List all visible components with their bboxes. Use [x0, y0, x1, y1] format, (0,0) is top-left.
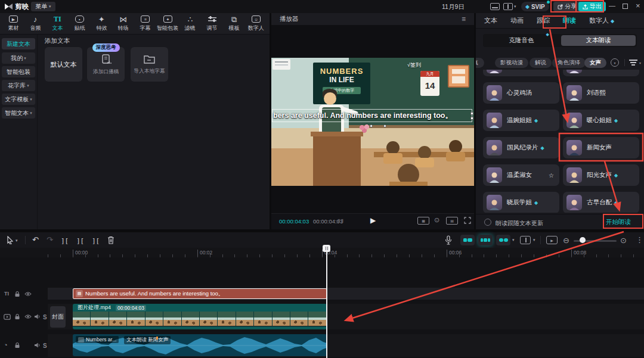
- window-minimize-button[interactable]: —: [609, 2, 615, 9]
- select-tool-icon[interactable]: [6, 236, 14, 244]
- voice-card[interactable]: 国风纪录片◆: [483, 137, 559, 158]
- chevron-down-icon[interactable]: ▾: [514, 4, 516, 9]
- chevron-down-icon[interactable]: ▾: [533, 238, 535, 242]
- preview-quality-button[interactable]: ▦: [417, 217, 429, 225]
- auto-snap-toggle[interactable]: [478, 235, 493, 245]
- voice-card[interactable]: 古早台配◆: [563, 192, 639, 213]
- solo-icon[interactable]: S: [43, 315, 47, 320]
- export-button[interactable]: 导出: [578, 2, 606, 11]
- record-voiceover-icon[interactable]: [445, 235, 452, 245]
- slider-knob[interactable]: [580, 237, 586, 243]
- chip-role-play[interactable]: 角色演绎: [552, 58, 586, 68]
- voice-card[interactable]: 温婉姐姐◆: [483, 110, 559, 131]
- toolbar-item-transition[interactable]: ⋈转场: [113, 15, 135, 32]
- toolbar-item-audio[interactable]: ♪音频: [24, 15, 47, 32]
- fullscreen-icon[interactable]: [464, 217, 471, 224]
- resize-handle[interactable]: [470, 112, 473, 115]
- voice-card[interactable]: 晓辰学姐◆: [483, 192, 559, 213]
- playhead-line[interactable]: [326, 245, 327, 358]
- eye-icon[interactable]: [24, 314, 32, 319]
- split-icon[interactable]: ][: [61, 237, 69, 245]
- menu-button[interactable]: 菜单 ▾: [31, 2, 55, 11]
- audio-clip[interactable]: Numbers ar... 文本朗读 新闻女声: [73, 334, 327, 356]
- chip-partial[interactable]: 真: [476, 58, 484, 68]
- window-maximize-button[interactable]: [623, 4, 628, 9]
- toolbar-item-captions[interactable]: ≡字幕: [134, 15, 156, 32]
- text-clip[interactable]: ▤ Numbers are useful. And numbers are in…: [73, 288, 327, 299]
- add-voiceover-script-card[interactable]: 深度思考 添加口播稿: [87, 47, 125, 82]
- tab-reading[interactable]: 朗读: [563, 16, 576, 25]
- sidebar-item-smart-packaging[interactable]: 智能包装: [2, 66, 35, 77]
- eye-icon[interactable]: [24, 291, 32, 297]
- focus-frame-icon[interactable]: ⊙: [434, 216, 439, 224]
- voice-card[interactable]: 刘语熙: [563, 82, 639, 104]
- more-options-icon[interactable]: ⋮: [636, 235, 643, 244]
- window-close-button[interactable]: ×: [636, 2, 640, 10]
- tab-tracking[interactable]: 跟踪: [537, 16, 550, 25]
- screen-record-icon[interactable]: ▶: [546, 236, 558, 244]
- mode-text-reading[interactable]: 文本朗读: [561, 35, 636, 46]
- voice-card-partial[interactable]: [483, 70, 559, 76]
- lock-icon[interactable]: [14, 342, 20, 348]
- voice-card[interactable]: 阳光女声◆: [563, 164, 639, 186]
- layout-subtitle-icon[interactable]: [490, 3, 500, 10]
- filter-icon[interactable]: [629, 60, 637, 66]
- cover-button[interactable]: 封面: [50, 306, 66, 328]
- chevron-down-icon[interactable]: ▾: [512, 238, 515, 242]
- layout-panels-icon[interactable]: [503, 3, 513, 10]
- playhead-handle[interactable]: [323, 245, 330, 252]
- default-text-card[interactable]: 默认文本: [45, 47, 82, 82]
- toolbar-item-adjust[interactable]: 调节: [201, 15, 223, 32]
- voice-card[interactable]: 温柔淑女☆: [483, 164, 559, 186]
- sidebar-item-fancy-text[interactable]: 花字库▾: [2, 80, 35, 91]
- tab-animation[interactable]: 动画: [510, 16, 524, 25]
- sidebar-item-mine[interactable]: 我的▾: [2, 52, 35, 64]
- toolbar-item-digital-human[interactable]: ☺数字人: [245, 15, 267, 32]
- mute-icon[interactable]: [34, 342, 41, 348]
- link-toggle[interactable]: [496, 235, 510, 245]
- start-reading-button[interactable]: 开始朗读: [606, 218, 631, 226]
- chevron-down-icon[interactable]: ▾: [639, 61, 641, 65]
- voice-card-news-female[interactable]: 新闻女声: [563, 137, 639, 158]
- toolbar-item-smart-packaging[interactable]: ✦智能包装: [156, 15, 179, 32]
- follow-text-checkbox[interactable]: [484, 219, 491, 226]
- sidebar-item-smart-text[interactable]: 智能文本▾: [2, 107, 35, 119]
- toolbar-item-media[interactable]: ▶素材: [2, 15, 24, 32]
- play-button[interactable]: ▶: [370, 216, 376, 225]
- favorite-star-icon[interactable]: ☆: [549, 172, 554, 179]
- sidebar-item-text-templates[interactable]: 文字模板▾: [2, 94, 35, 105]
- redo-icon[interactable]: ↷: [47, 235, 53, 244]
- mute-icon[interactable]: [34, 313, 41, 320]
- voice-card[interactable]: 心灵鸡汤: [483, 82, 559, 104]
- toolbar-item-sticker[interactable]: •贴纸: [69, 15, 91, 32]
- trim-right-icon[interactable]: ][: [92, 237, 100, 245]
- player-menu-icon[interactable]: ≡: [462, 15, 466, 23]
- tab-text[interactable]: 文本: [484, 16, 497, 25]
- undo-icon[interactable]: ↶: [32, 235, 39, 244]
- chip-film-anime[interactable]: 影视动漫: [495, 58, 528, 68]
- solo-icon[interactable]: S: [43, 343, 47, 349]
- chip-narration[interactable]: 解说: [530, 58, 552, 68]
- toolbar-item-effects[interactable]: ✦特效: [91, 15, 113, 32]
- tab-digital-human[interactable]: 数字人 ◆: [589, 16, 614, 25]
- subtitle-text[interactable]: bers are useful. And numbers are interes…: [273, 111, 453, 121]
- delete-icon[interactable]: [107, 236, 114, 244]
- toolbar-item-text[interactable]: TI文本: [47, 15, 69, 32]
- lock-icon[interactable]: [14, 291, 20, 297]
- aspect-ratio-button[interactable]: ▤: [446, 217, 458, 225]
- voice-card[interactable]: 暖心姐姐◆: [563, 110, 639, 131]
- trim-left-icon[interactable]: ][: [76, 237, 84, 245]
- share-button[interactable]: 分享: [553, 2, 581, 11]
- rotate-handle[interactable]: [383, 124, 386, 127]
- move-handle[interactable]: [370, 124, 373, 127]
- toolbar-item-filters[interactable]: ∴滤镜: [179, 15, 201, 32]
- video-clip[interactable]: 图片处理.mp4 00:00:04:03: [73, 304, 327, 329]
- lock-icon[interactable]: [14, 313, 20, 320]
- chip-female-voice[interactable]: 女声: [584, 58, 606, 68]
- preview-axis-icon[interactable]: [520, 236, 531, 244]
- toolbar-item-templates[interactable]: ⧉模板: [223, 15, 245, 32]
- zoom-out-icon[interactable]: ⊖: [563, 236, 569, 245]
- locate-playhead-icon[interactable]: ⊙: [620, 236, 627, 245]
- frame-step-icon[interactable]: ▮▮: [338, 218, 344, 223]
- mode-clone-voice[interactable]: 克隆音色 ◆: [483, 34, 560, 47]
